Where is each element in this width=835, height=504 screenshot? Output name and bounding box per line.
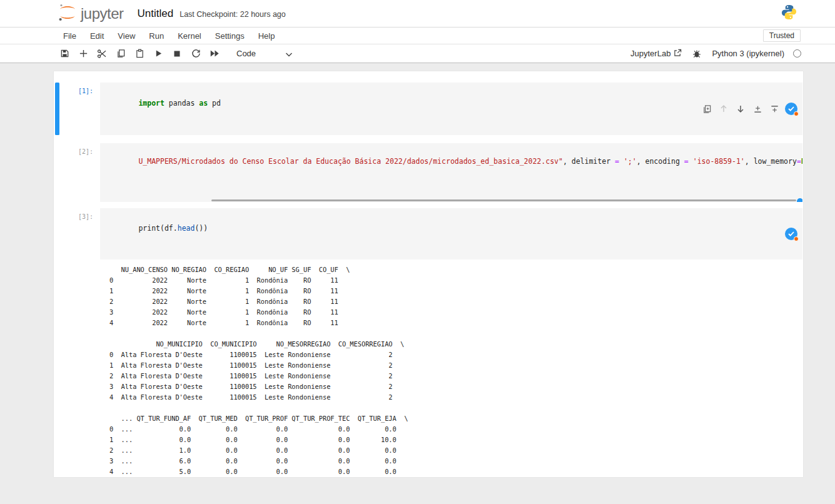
cell-1-prompt: [1]: [54,83,100,135]
run-all-button[interactable] [205,46,224,62]
ai-notification-dot [794,236,799,241]
code-cell-3: [3]: print(df.head()) [54,208,803,260]
cell-toolbar [785,228,797,240]
app-header: jupyter Untitled Last Checkpoint: 22 hou… [0,0,835,28]
insert-below-button[interactable] [768,103,781,115]
insert-above-button[interactable] [751,103,764,115]
python-logo-icon [781,4,797,23]
move-up-button[interactable] [717,103,730,115]
add-cell-button[interactable] [74,46,93,62]
jupyterlab-label: JupyterLab [630,49,671,58]
cell-1-editor[interactable]: import pandas as pd [100,83,802,135]
cell-2-prompt: [2]: [54,143,100,202]
output-block-3: ... QT_TUR_FUND_AF QT_TUR_MED QT_TUR_PRO… [109,413,803,477]
cell-2-editor[interactable]: U_MAPPERS/Microdados do Censo Escolar da… [100,143,802,202]
horizontal-scrollbar-thumb[interactable] [211,199,796,201]
code-cell-1: [1]: import pandas as pd [54,83,803,135]
output-block-1: NU_ANO_CENSO NO_REGIAO CO_REGIAO NO_UF S… [109,265,803,328]
menu-help[interactable]: Help [251,29,282,43]
cell-3-prompt: [3]: [54,208,100,260]
cell-selection-bar[interactable] [55,83,59,135]
ai-assistant-button[interactable] [785,103,797,115]
stop-button[interactable] [168,46,186,62]
code-cell-2: [2]: U_MAPPERS/Microdados do Censo Escol… [54,143,803,202]
cell-type-dropdown[interactable]: Code [233,47,296,61]
menu-settings[interactable]: Settings [208,29,251,43]
menu-kernel[interactable]: Kernel [171,29,208,43]
save-button[interactable] [55,46,74,62]
output-block-2: NO_MUNICIPIO CO_MUNICIPIO NO_MESORREGIAO… [109,339,803,403]
menu-run[interactable]: Run [142,29,171,43]
trusted-badge[interactable]: Trusted [763,29,801,42]
duplicate-cell-button[interactable] [701,103,713,115]
external-link-icon [674,49,682,59]
notebook-toolbar: Code JupyterLab Python 3 (ipykernel) [0,44,835,63]
notebook-title[interactable]: Untitled [138,8,174,20]
chevron-down-icon [285,48,293,59]
restart-kernel-button[interactable] [186,46,205,62]
cell-3-code: print(df.head()) [138,224,208,233]
cell-3-editor[interactable]: print(df.head()) [100,208,802,260]
kernel-status-indicator[interactable] [793,49,801,58]
cell-toolbar [701,103,797,115]
cell-1-code: import pandas as pd [138,99,221,108]
collaborator-cursor-dot [797,198,802,202]
cell-3-output: NU_ANO_CENSO NO_REGIAO CO_REGIAO NO_UF S… [109,265,803,478]
kernel-name-label[interactable]: Python 3 (ipykernel) [712,49,784,58]
jupyter-brand[interactable]: jupyter [58,3,124,25]
copy-cell-button[interactable] [111,46,130,62]
cut-cell-button[interactable] [93,46,111,62]
ai-assistant-button[interactable] [785,228,797,240]
jupyter-logo-icon [58,3,77,25]
paste-cell-button[interactable] [130,46,149,62]
notebook-panel: [1]: import pandas as pd [53,71,804,478]
run-button[interactable] [149,46,168,62]
checkpoint-label: Last Checkpoint: 22 hours ago [180,8,286,19]
cell-type-label: Code [236,49,256,58]
ai-notification-dot [794,111,799,116]
debugger-button[interactable] [691,46,703,62]
menu-view[interactable]: View [111,29,142,43]
notebook-scroll-area[interactable]: [1]: import pandas as pd [0,63,835,503]
jupyterlab-link[interactable]: JupyterLab [630,49,682,59]
move-down-button[interactable] [734,103,747,115]
menu-file[interactable]: File [56,29,83,43]
cell-2-code: U_MAPPERS/Microdados do Censo Escolar da… [138,157,802,166]
menu-edit[interactable]: Edit [83,29,111,43]
brand-text: jupyter [81,5,124,23]
menubar: File Edit View Run Kernel Settings Help … [0,28,835,44]
